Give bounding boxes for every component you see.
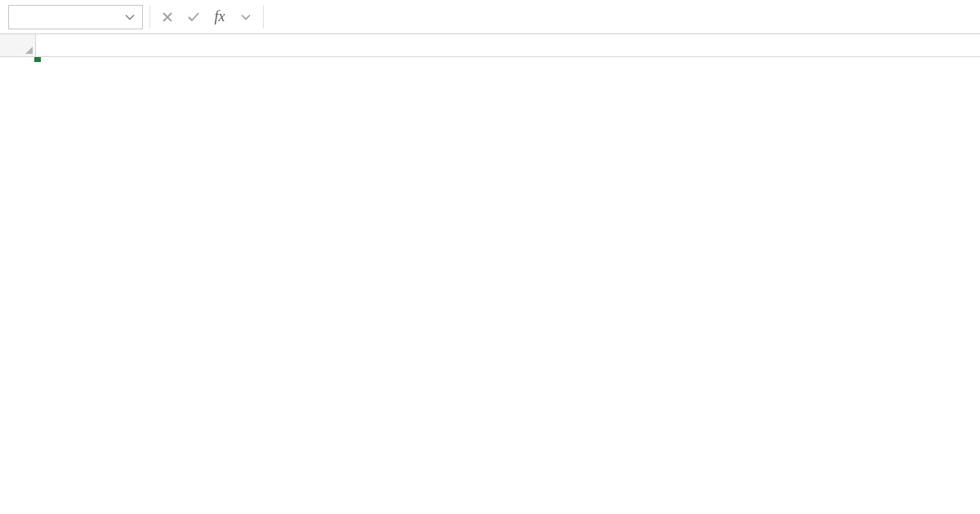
row-headers bbox=[0, 57, 36, 514]
separator bbox=[149, 6, 150, 29]
fx-icon[interactable]: fx bbox=[211, 8, 229, 26]
chevron-down-icon[interactable] bbox=[237, 8, 255, 26]
cancel-icon[interactable] bbox=[158, 8, 176, 26]
formula-bar-buttons: fx bbox=[157, 8, 256, 26]
column-headers bbox=[0, 34, 980, 57]
formula-bar: fx bbox=[0, 0, 980, 34]
active-cell-selection bbox=[36, 57, 39, 60]
fill-handle[interactable] bbox=[34, 57, 41, 62]
grid bbox=[0, 57, 980, 514]
name-box[interactable] bbox=[8, 5, 143, 29]
chevron-down-icon[interactable] bbox=[122, 10, 137, 24]
formula-input[interactable] bbox=[270, 7, 973, 27]
separator bbox=[263, 6, 264, 29]
excel-window: fx bbox=[0, 0, 980, 514]
cells-area[interactable] bbox=[36, 57, 980, 514]
enter-check-icon[interactable] bbox=[185, 8, 203, 26]
select-all-corner[interactable] bbox=[0, 34, 36, 56]
